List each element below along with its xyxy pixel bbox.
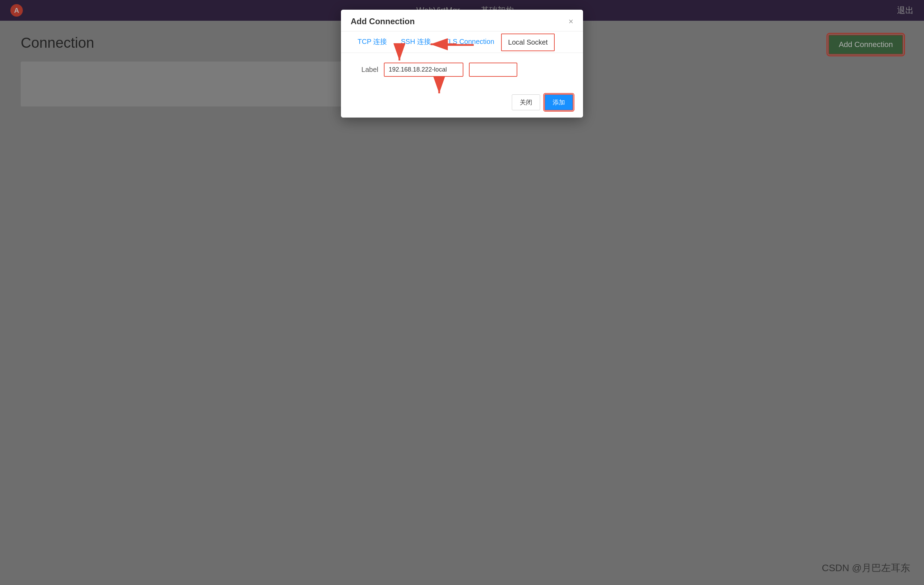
- tab-tcp[interactable]: TCP 连接: [351, 31, 394, 53]
- watermark: CSDN @月巴左耳东: [822, 562, 910, 575]
- form-row-label: Label: [351, 63, 573, 77]
- dialog-tabs: TCP 连接 SSH 连接 TLS Connection Local Socke…: [341, 31, 583, 53]
- form-label-text: Label: [351, 66, 378, 74]
- dialog-header: Add Connection ×: [341, 10, 583, 31]
- label-input[interactable]: [384, 63, 464, 77]
- add-connection-dialog: Add Connection × TCP 连接 SSH 连接 TLS Conne…: [341, 10, 583, 117]
- add-button[interactable]: 添加: [544, 94, 573, 110]
- label-input-second[interactable]: [469, 63, 517, 77]
- dialog-footer: 关闭 添加: [341, 91, 583, 117]
- tab-ssh[interactable]: SSH 连接: [394, 31, 438, 53]
- dialog-overlay: Add Connection × TCP 连接 SSH 连接 TLS Conne…: [0, 0, 924, 585]
- tab-tls[interactable]: TLS Connection: [438, 32, 501, 52]
- dialog-title: Add Connection: [351, 16, 415, 26]
- dialog-close-button[interactable]: ×: [569, 17, 573, 26]
- close-button[interactable]: 关闭: [512, 94, 540, 110]
- tab-local-socket[interactable]: Local Socket: [501, 33, 555, 51]
- dialog-body: Label: [341, 53, 583, 91]
